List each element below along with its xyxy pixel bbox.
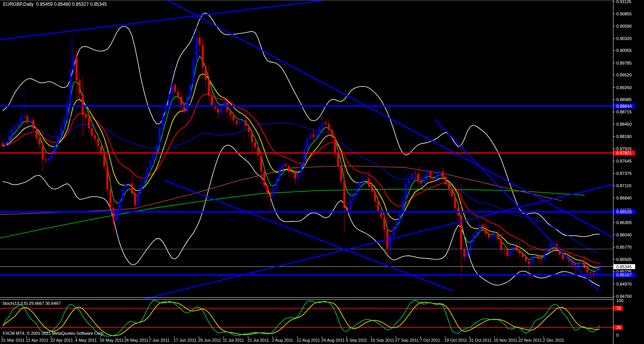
candle-body — [230, 111, 232, 116]
candle-body — [356, 188, 358, 196]
date-label: 2 Aug 2011 — [272, 338, 293, 342]
candle-body — [510, 251, 512, 256]
date-label: 12 Aug 2011 — [297, 338, 320, 342]
candle-body — [482, 225, 484, 227]
candle-body — [448, 184, 450, 190]
candle-body — [70, 70, 72, 104]
candle-body — [328, 124, 330, 130]
candle-body — [562, 254, 564, 259]
candle-body — [340, 166, 342, 181]
candle-body — [531, 256, 533, 264]
candle-body — [408, 178, 410, 184]
date-label: 31 Mar 2011 — [1, 338, 25, 342]
candle-body — [350, 200, 352, 210]
candle-body — [187, 98, 189, 112]
candle-body — [445, 177, 447, 184]
candle-body — [476, 231, 478, 234]
candle-body — [82, 94, 84, 115]
mt4-chart-window[interactable]: 0.911250.908550.905900.903200.900550.897… — [0, 0, 644, 344]
candle-body — [525, 257, 527, 261]
date-label: 26 May 2011 — [124, 338, 148, 342]
date-label: 27 Sep 2011 — [395, 338, 419, 342]
candle-body — [94, 136, 96, 140]
candle-body — [365, 179, 367, 179]
date-label: 24 Aug 2011 — [321, 338, 345, 342]
candle-body — [297, 173, 299, 178]
price-tick-label: 0.90320 — [616, 36, 632, 41]
candle-body — [276, 179, 278, 188]
candle-body — [513, 246, 515, 251]
candle-body — [260, 156, 262, 171]
price-tick-label: 0.87915 — [616, 146, 632, 151]
candle-body — [405, 184, 407, 199]
candle-body — [454, 196, 456, 208]
candle-body — [300, 164, 302, 173]
candle-body — [417, 174, 419, 182]
candle-body — [20, 118, 22, 124]
candle-body — [291, 172, 293, 173]
price-level-box-label: 0.88844 — [616, 104, 632, 108]
candle-body — [414, 173, 416, 174]
candle-body — [377, 201, 379, 211]
candle-body — [519, 250, 521, 253]
candle-body — [97, 139, 99, 146]
candle-body — [91, 128, 93, 135]
date-label: 31 Oct 2011 — [469, 338, 492, 342]
date-label: 22 Nov 2011 — [518, 338, 542, 342]
candle-body — [54, 145, 56, 153]
stoch-axis-label: 100 — [616, 298, 623, 303]
candle-body — [544, 253, 546, 259]
candle-body — [60, 127, 62, 136]
candle-body — [257, 147, 259, 156]
price-tick-label: 0.85505 — [616, 257, 632, 262]
candle-body — [427, 172, 429, 176]
candle-body — [245, 120, 247, 126]
candle-body — [442, 171, 444, 177]
candle-body — [131, 183, 133, 193]
stoch-level-box-label: 25 — [616, 325, 621, 330]
price-tick-label: 0.84970 — [616, 282, 632, 286]
candle-body — [528, 261, 530, 264]
price-level-box-label: 0.87821 — [616, 151, 632, 155]
candle-body — [304, 149, 305, 164]
candle-body — [534, 256, 536, 256]
candle-body — [113, 208, 115, 221]
date-label: 4 May 2011 — [75, 338, 97, 342]
candle-body — [331, 130, 333, 137]
candle-body — [516, 246, 518, 251]
candle-body — [596, 269, 598, 274]
candle-body — [399, 214, 401, 221]
candle-body — [23, 116, 25, 118]
candle-body — [362, 179, 364, 182]
candle-body — [411, 173, 413, 178]
price-tick-label: 0.88180 — [616, 134, 632, 139]
candle-body — [282, 164, 284, 169]
date-label: 7 Oct 2011 — [420, 338, 440, 342]
date-label: 16 May 2011 — [100, 338, 124, 342]
candle-body — [33, 120, 35, 128]
candle-body — [208, 80, 210, 96]
candle-body — [347, 208, 349, 210]
candle-body — [107, 166, 108, 189]
candle-body — [550, 243, 552, 249]
candle-body — [433, 178, 435, 179]
candle-body — [322, 123, 324, 127]
candle-body — [205, 67, 207, 80]
candle-body — [288, 166, 290, 172]
price-tick-label: 0.89520 — [616, 73, 632, 77]
date-label: 2 Dec 2011 — [543, 338, 564, 342]
candle-body — [199, 37, 201, 45]
candle-body — [76, 57, 78, 81]
candle-body — [85, 115, 87, 118]
candle-body — [147, 168, 148, 177]
stoch-level-box-label: 75 — [616, 306, 621, 311]
chart-canvas[interactable]: 0.911250.908550.905900.903200.900550.897… — [0, 0, 644, 344]
candle-body — [396, 221, 398, 227]
candle-body — [63, 118, 65, 127]
candle-body — [420, 181, 422, 183]
candle-body — [473, 234, 475, 243]
candle-body — [368, 179, 370, 187]
candle-body — [267, 186, 269, 193]
candle-body — [522, 254, 524, 257]
candle-body — [211, 96, 213, 106]
